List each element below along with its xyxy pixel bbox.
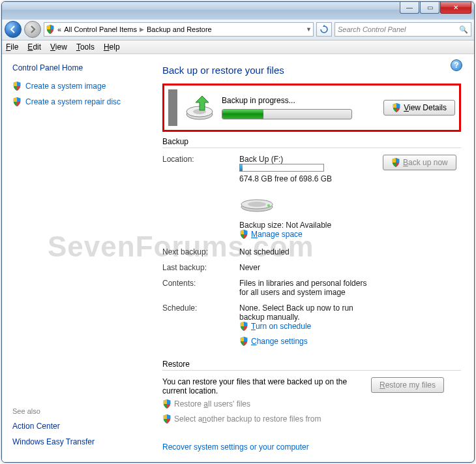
search-placeholder: Search Control Panel: [338, 25, 406, 33]
control-panel-home-link[interactable]: Control Panel Home: [12, 63, 141, 72]
task-label: Create a system image: [25, 82, 106, 91]
progress-callout: Backup in progress... View Details: [162, 84, 461, 132]
menu-view[interactable]: View: [50, 42, 67, 52]
turn-on-schedule-link[interactable]: Turn on schedule: [239, 322, 311, 331]
next-backup-label: Next backup:: [162, 247, 234, 256]
shield-icon: [162, 414, 171, 424]
backup-now-button: Back up now: [383, 155, 456, 170]
backup-info-grid: Location: Back Up (F:) 674.8 GB free of …: [162, 155, 461, 348]
location-value: Back Up (F:) 674.8 GB free of 698.6 GB: [239, 155, 378, 183]
titlebar[interactable]: — ▭ ✕: [2, 2, 474, 20]
help-icon[interactable]: ?: [451, 59, 462, 71]
shield-icon: [392, 103, 401, 112]
menu-file[interactable]: File: [6, 42, 18, 52]
restore-my-files-button: Restore my files: [371, 377, 444, 393]
window: — ▭ ✕ « All Control Panel Items ▶ Backup…: [1, 1, 475, 463]
sidebar: Control Panel Home Create a system image…: [2, 54, 152, 462]
main-panel: ? Back up or restore your files Backup i…: [152, 54, 474, 462]
schedule-value: None. Select Back up now to run backup m…: [239, 303, 378, 322]
button-label: View Details: [404, 103, 447, 112]
close-button[interactable]: ✕: [440, 2, 471, 14]
breadcrumb-item[interactable]: Backup and Restore: [147, 25, 212, 33]
view-details-button[interactable]: View Details: [383, 100, 455, 116]
task-label: Create a system repair disc: [25, 97, 121, 106]
backup-section-title: Backup: [162, 137, 461, 146]
recover-system-link[interactable]: Recover system settings or your computer: [162, 442, 309, 452]
see-also-heading: See also: [12, 407, 141, 415]
refresh-button[interactable]: [316, 22, 332, 37]
breadcrumb-item[interactable]: All Control Panel Items: [64, 25, 137, 33]
menu-tools[interactable]: Tools: [76, 42, 95, 52]
maximize-button[interactable]: ▭: [420, 2, 439, 14]
search-icon: 🔍: [459, 25, 468, 34]
menu-edit[interactable]: Edit: [27, 42, 41, 52]
change-settings-link[interactable]: Change settings: [239, 337, 308, 346]
shield-icon: [391, 158, 400, 167]
search-input[interactable]: Search Control Panel 🔍: [335, 22, 471, 37]
easy-transfer-link[interactable]: Windows Easy Transfer: [12, 437, 141, 446]
contents-value: Files in libraries and personal folders …: [239, 279, 378, 297]
backup-size-text: Backup size: Not Available: [239, 221, 378, 230]
location-label: Location:: [162, 155, 234, 164]
address-dropdown-icon[interactable]: ▼: [306, 26, 312, 33]
manage-space-link[interactable]: Manage space: [239, 230, 303, 239]
forward-button[interactable]: [24, 21, 41, 38]
action-center-link[interactable]: Action Center: [12, 422, 141, 431]
menu-bar: File Edit View Tools Help: [2, 40, 474, 54]
contents-label: Contents:: [162, 279, 234, 288]
schedule-label: Schedule:: [162, 303, 234, 313]
last-backup-value: Never: [239, 263, 378, 272]
back-button[interactable]: [5, 21, 22, 38]
backup-drive-icon: [184, 95, 215, 121]
progress-bar: [222, 109, 352, 119]
shield-icon: [239, 230, 248, 239]
drive-icon: [239, 190, 275, 212]
next-backup-value: Not scheduled: [239, 247, 378, 256]
menu-help[interactable]: Help: [104, 42, 120, 52]
button-label: Back up now: [403, 158, 448, 167]
progress-label: Backup in progress...: [222, 96, 377, 105]
shield-icon: [162, 399, 171, 409]
create-system-image-link[interactable]: Create a system image: [12, 82, 141, 91]
content-body: SevenForums.com Control Panel Home Creat…: [2, 54, 474, 462]
nav-toolbar: « All Control Panel Items ▶ Backup and R…: [2, 20, 474, 40]
restore-section-title: Restore: [162, 360, 461, 369]
page-title: Back up or restore your files: [162, 65, 461, 76]
shield-icon: [12, 82, 22, 91]
address-bar[interactable]: « All Control Panel Items ▶ Backup and R…: [44, 22, 314, 37]
select-another-backup-link[interactable]: Select another backup to restore files f…: [162, 414, 321, 424]
minimize-button[interactable]: —: [400, 2, 419, 14]
button-label: Restore my files: [379, 380, 436, 390]
create-repair-disc-link[interactable]: Create a system repair disc: [12, 97, 141, 106]
disk-usage-bar: [239, 164, 324, 172]
spine-decor: [168, 89, 177, 126]
restore-text: You can restore your files that were bac…: [162, 377, 358, 395]
last-backup-label: Last backup:: [162, 263, 234, 272]
restore-all-users-link[interactable]: Restore all users' files: [162, 399, 250, 409]
breadcrumb-sep-icon: ▶: [140, 26, 144, 33]
breadcrumb-prefix: «: [57, 25, 61, 33]
shield-icon: [239, 322, 248, 331]
control-panel-icon: [46, 25, 55, 34]
disk-free-text: 674.8 GB free of 698.6 GB: [239, 174, 378, 183]
shield-icon: [12, 97, 22, 106]
shield-icon: [239, 337, 248, 346]
